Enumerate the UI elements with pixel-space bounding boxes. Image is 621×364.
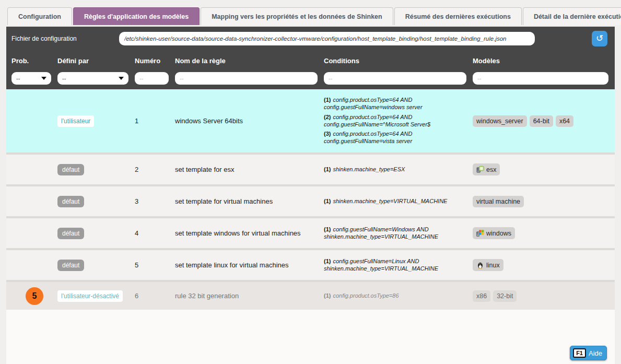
tab-1[interactable]: Configuration [7, 7, 72, 25]
rule-number: 4 [135, 229, 175, 237]
condition-item: (2)config.product.osType=64 AND config.g… [324, 114, 463, 128]
condition-index: (1) [324, 198, 331, 204]
models-cell: x8632-bit [473, 290, 615, 302]
help-label: Aide [589, 349, 602, 357]
rule-name: set template for virtual machines [175, 197, 324, 205]
condition-item: (1)shinken.machine_type=ESX [324, 166, 463, 173]
column-header-defini-par: Défini par [57, 57, 135, 65]
model-tag-label: linux [486, 262, 500, 269]
defined-by-badge: défaut [57, 260, 84, 271]
models-cell: esx [473, 163, 615, 175]
model-tag: esx [473, 163, 500, 175]
column-header-conditions: Conditions [324, 57, 473, 65]
table-row[interactable]: défaut5set template linux for virtual ma… [6, 248, 615, 280]
condition-item: (1)config.product.osType=86 [324, 292, 463, 300]
rule-name: windows Server 64bits [175, 117, 324, 125]
column-header-prob: Prob. [11, 57, 57, 65]
condition-expression: config.product.osType=64 AND config.gues… [324, 97, 423, 110]
rule-name: set template windows for virtual machine… [175, 229, 324, 237]
modeles-filter-input[interactable] [473, 72, 608, 85]
chevron-down-icon [41, 77, 46, 80]
prob-filter-select[interactable]: -- [11, 72, 51, 85]
models-cell: virtual machine [473, 196, 615, 207]
condition-index: (1) [324, 292, 331, 299]
defined-by-cell: l'utilisateur [57, 115, 135, 127]
tab-4[interactable]: Résumé des dernières exécutions [394, 7, 522, 25]
model-tag: 64-bit [530, 115, 553, 127]
model-tag: virtual machine [473, 196, 524, 207]
problem-count-badge: 5 [26, 287, 43, 305]
models-cell: linux [473, 259, 615, 271]
table-row[interactable]: 5l'utilisateur-désactivé6rule 32 bit gen… [6, 280, 615, 310]
model-tag-label: esx [486, 166, 496, 173]
table-row[interactable]: défaut3set template for virtual machines… [6, 184, 615, 216]
table-row[interactable]: défaut4set template windows for virtual … [6, 216, 615, 248]
model-tag-label: windows [486, 230, 511, 237]
defined-by-cell: défaut [57, 164, 135, 175]
defined-by-badge: défaut [57, 228, 84, 239]
model-tag-label: windows_server [476, 118, 523, 125]
reload-button[interactable]: ↺ [592, 31, 607, 46]
config-file-input[interactable] [119, 32, 535, 45]
condition-index: (1) [324, 258, 331, 264]
defined-by-cell: défaut [57, 196, 135, 207]
model-tag-label: x86 [476, 292, 487, 300]
nom-filter-input[interactable] [175, 72, 318, 85]
model-tag: windows [473, 227, 515, 239]
tab-5[interactable]: Détail de la dernière exécution [5] [523, 7, 621, 25]
rule-number: 3 [135, 197, 175, 205]
condition-index: (1) [324, 97, 331, 103]
condition-expression: shinken.machine_type=ESX [333, 166, 405, 172]
model-tag: linux [473, 259, 503, 271]
table-row[interactable]: défaut2set template for esx(1)shinken.ma… [6, 152, 615, 184]
rule-number: 1 [135, 117, 175, 125]
conditions-cell: (1)shinken.machine_type=ESX [324, 161, 473, 179]
conditions-cell: (1)config.product.osType=86 [324, 287, 473, 305]
tab-3[interactable]: Mapping vers les propriétés et les donné… [201, 7, 393, 25]
condition-item: (3)config.product.osType=64 AND config.g… [324, 131, 463, 145]
esx-server-icon [476, 166, 484, 173]
condition-index: (2) [324, 114, 331, 120]
prob-cell: 5 [11, 287, 57, 305]
defined-by-cell: défaut [57, 260, 135, 271]
model-tag: x86 [473, 290, 490, 302]
model-tag: 32-bit [493, 290, 517, 302]
table-header-band: Fichier de configuration ↺ Prob. Défini … [6, 27, 615, 89]
conditions-cell: (1)shinken.machine_type=VIRTUAL_MACHINE [324, 193, 473, 210]
defined-by-cell: défaut [57, 228, 135, 239]
model-tag-label: x64 [559, 118, 570, 125]
defini-par-filter-value: -- [62, 75, 66, 81]
model-tag-label: virtual machine [476, 198, 520, 205]
content-panel: Fichier de configuration ↺ Prob. Défini … [6, 27, 615, 364]
condition-expression: config.guestFullName=Windows AND shinken… [324, 226, 438, 240]
defined-by-badge: l'utilisateur-désactivé [57, 290, 123, 302]
model-tag: x64 [556, 115, 573, 127]
defined-by-badge: l'utilisateur [57, 115, 94, 127]
rules-table-body: l'utilisateur1windows Server 64bits(1)co… [6, 89, 615, 310]
rule-name: set template for esx [175, 166, 324, 173]
help-button[interactable]: F1 Aide [570, 346, 607, 360]
refresh-icon: ↺ [596, 33, 603, 43]
tab-2[interactable]: Règles d'application des modèles [73, 7, 200, 25]
chevron-down-icon [119, 77, 124, 80]
linux-penguin-icon [476, 261, 484, 269]
rule-name: set template linux for virtual machines [175, 261, 324, 269]
defini-par-filter-select[interactable]: -- [57, 72, 128, 85]
windows-logo-icon [476, 229, 484, 237]
conditions-filter-input[interactable] [324, 72, 466, 85]
conditions-cell: (1)config.product.osType=64 AND config.g… [324, 91, 473, 150]
condition-item: (1)config.product.osType=64 AND config.g… [324, 97, 463, 111]
model-tag: windows_server [473, 115, 527, 127]
defined-by-badge: défaut [57, 164, 84, 175]
condition-item: (1)shinken.machine_type=VIRTUAL_MACHINE [324, 198, 463, 205]
rule-number: 5 [135, 261, 175, 269]
table-row[interactable]: l'utilisateur1windows Server 64bits(1)co… [6, 89, 615, 152]
defined-by-badge: défaut [57, 196, 84, 207]
config-file-label: Fichier de configuration [11, 35, 119, 42]
condition-expression: shinken.machine_type=VIRTUAL_MACHINE [333, 198, 447, 204]
prob-filter-value: -- [16, 75, 20, 81]
condition-expression: config.product.osType=64 AND config.gues… [324, 114, 430, 127]
condition-index: (1) [324, 166, 331, 172]
numero-filter-input[interactable] [135, 72, 169, 85]
conditions-cell: (1)config.guestFullName=Windows AND shin… [324, 221, 473, 246]
